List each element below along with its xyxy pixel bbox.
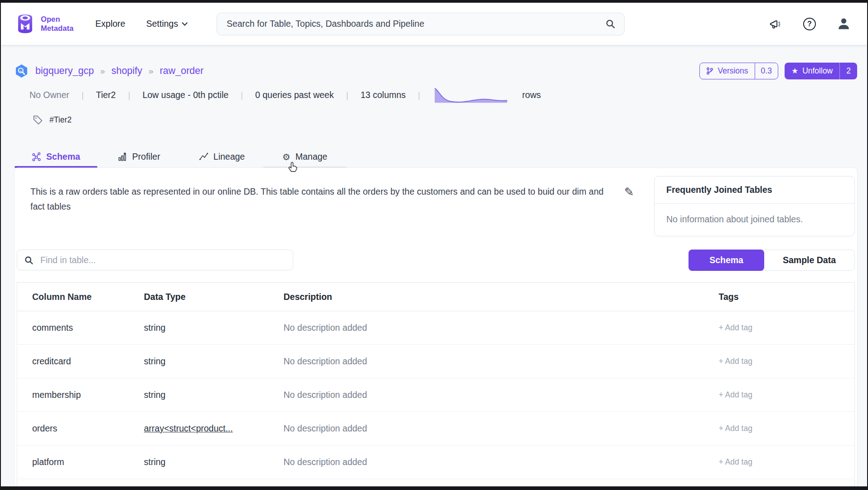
entity-tab-bar: Schema Profiler Lineage <box>15 146 857 168</box>
nav-explore-label: Explore <box>95 19 125 29</box>
table-row: platform string No description added + A… <box>17 446 855 479</box>
entity-action-buttons: Versions 0.3 ★ Unfollow 2 <box>699 63 857 79</box>
add-tag-button[interactable]: + Add tag <box>714 378 855 412</box>
breadcrumb-database[interactable]: shopify <box>112 65 142 77</box>
header-icon-group: ? <box>770 17 851 31</box>
breadcrumb-separator: » <box>100 66 105 76</box>
versions-label: Versions <box>718 66 748 76</box>
user-avatar[interactable] <box>837 17 851 31</box>
help-glyph: ? <box>807 20 812 28</box>
tier-value: Tier2 <box>96 90 116 100</box>
follower-count[interactable]: 2 <box>839 63 857 79</box>
openmetadata-logo-icon <box>15 13 36 34</box>
entity-meta-row: No Owner | Tier2 | Low usage - 0th pctil… <box>29 87 857 103</box>
column-type: string <box>144 311 284 345</box>
tab-schema[interactable]: Schema <box>15 146 97 168</box>
frequently-joined-tables-card: Frequently Joined Tables No information … <box>654 176 855 236</box>
search-icon <box>24 255 34 265</box>
column-header-tags: Tags <box>714 283 855 311</box>
announcements-icon[interactable] <box>770 18 782 30</box>
usage-value: Low usage - 0th pctile <box>142 90 228 100</box>
lineage-tab-icon <box>199 152 209 162</box>
add-tag-button[interactable]: + Add tag <box>714 345 855 378</box>
column-description: No description added <box>284 378 714 412</box>
tab-manage-label: Manage <box>296 152 327 162</box>
rows-usage-sparkline <box>434 87 508 103</box>
add-tag-button[interactable]: + Add tag <box>714 446 855 479</box>
column-type-expand-link[interactable]: array<struct<product... <box>144 412 284 446</box>
table-description: This is a raw orders table as represente… <box>30 184 620 214</box>
schema-columns-table: Column Name Data Type Description Tags c… <box>17 282 855 489</box>
tab-manage[interactable]: ⚙ Manage <box>263 146 346 168</box>
table-row-partial <box>17 479 855 489</box>
add-tag-button[interactable]: + Add tag <box>714 412 855 446</box>
columns-count: 13 columns <box>360 90 406 100</box>
top-navigation-bar: Open Metadata Explore Settings <box>1 3 867 45</box>
column-type-truncated[interactable]: array<struct<product... <box>144 423 233 433</box>
table-row: membership string No description added +… <box>17 378 855 412</box>
tab-schema-label: Schema <box>46 152 80 162</box>
help-icon[interactable]: ? <box>803 18 816 30</box>
divider: | <box>82 90 84 100</box>
tab-lineage[interactable]: Lineage <box>180 146 263 168</box>
table-row: creditcard string No description added +… <box>17 345 855 378</box>
joined-tables-title: Frequently Joined Tables <box>655 176 854 204</box>
column-name: orders <box>17 412 144 446</box>
bigquery-service-icon <box>15 64 29 78</box>
edit-description-icon[interactable]: ✎ <box>624 186 634 198</box>
version-number: 0.3 <box>755 63 778 79</box>
global-search-bar[interactable] <box>217 13 625 35</box>
versions-button[interactable]: Versions 0.3 <box>699 63 778 79</box>
column-name: platform <box>17 446 144 479</box>
column-header-type: Data Type <box>144 283 284 311</box>
divider: | <box>128 90 130 100</box>
tier-tag-label[interactable]: #Tier2 <box>49 115 72 125</box>
queries-value: 0 queries past week <box>255 90 334 100</box>
column-name: membership <box>17 378 144 412</box>
main-nav: Explore Settings <box>95 19 187 29</box>
star-icon: ★ <box>791 67 798 75</box>
column-type: string <box>144 345 284 378</box>
unfollow-button[interactable]: ★ Unfollow 2 <box>785 63 857 79</box>
tab-profiler-label: Profiler <box>132 152 160 162</box>
column-type: string <box>144 446 284 479</box>
column-description: No description added <box>284 412 714 446</box>
owner-value: No Owner <box>29 90 69 100</box>
nav-item-settings[interactable]: Settings <box>146 19 186 29</box>
column-type: string <box>144 378 284 412</box>
tag-icon <box>32 114 44 126</box>
divider: | <box>418 90 420 100</box>
table-header-row: Column Name Data Type Description Tags <box>17 283 855 311</box>
openmetadata-logo[interactable]: Open Metadata <box>15 13 73 34</box>
search-icon[interactable] <box>605 19 616 29</box>
find-in-table-search[interactable] <box>17 250 293 270</box>
gear-icon: ⚙ <box>282 152 291 162</box>
breadcrumb-separator: » <box>149 66 154 76</box>
toggle-schema-button[interactable]: Schema <box>689 250 764 271</box>
divider: | <box>241 90 243 100</box>
add-tag-button[interactable]: + Add tag <box>714 311 855 345</box>
column-header-name: Column Name <box>17 283 144 311</box>
breadcrumb: bigquery_gcp » shopify » raw_order <box>35 65 204 77</box>
column-description: No description added <box>284 345 714 378</box>
entity-tags-row: #Tier2 <box>32 114 857 126</box>
schema-tab-panel: This is a raw orders table as represente… <box>15 168 857 486</box>
nav-item-explore[interactable]: Explore <box>95 19 125 29</box>
breadcrumb-table[interactable]: raw_order <box>160 65 204 77</box>
joined-tables-empty-text: No information about joined tables. <box>655 204 854 236</box>
column-description: No description added <box>284 446 714 479</box>
unfollow-label: Unfollow <box>802 66 833 76</box>
column-header-description: Description <box>284 283 714 311</box>
profiler-tab-icon <box>118 152 127 162</box>
tab-lineage-label: Lineage <box>213 152 245 162</box>
version-branch-icon <box>706 67 713 75</box>
global-search-input[interactable] <box>226 18 605 29</box>
breadcrumb-service[interactable]: bigquery_gcp <box>35 65 94 77</box>
column-description: No description added <box>284 311 714 345</box>
toggle-sample-data-button[interactable]: Sample Data <box>764 250 854 270</box>
tab-profiler[interactable]: Profiler <box>97 146 180 168</box>
find-in-table-input[interactable] <box>39 255 286 266</box>
table-row: comments string No description added + A… <box>17 311 855 345</box>
entity-page: bigquery_gcp » shopify » raw_order Versi… <box>1 45 867 486</box>
table-row: orders array<struct<product... No descri… <box>17 412 855 446</box>
